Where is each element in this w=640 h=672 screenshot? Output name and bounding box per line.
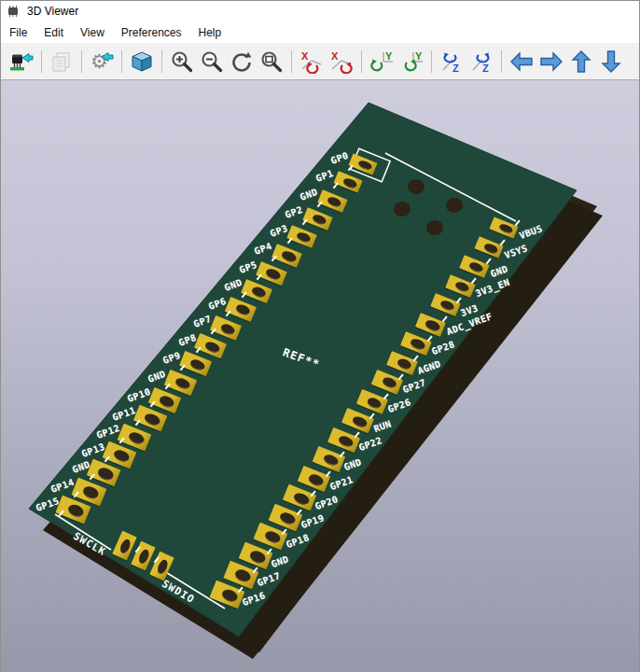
- arrow-right-icon: [539, 49, 563, 74]
- rotate-z-cw-icon: Z: [469, 49, 494, 74]
- pcb-board: [1, 80, 639, 672]
- drill-hole: [66, 502, 85, 519]
- toolbar-separator: [361, 50, 362, 73]
- toolbar-separator: [41, 50, 42, 73]
- chip-icon: [6, 5, 21, 18]
- drill-hole: [296, 231, 312, 245]
- drill-hole: [112, 448, 131, 464]
- drill-hole: [118, 538, 132, 554]
- drill-hole: [341, 177, 357, 189]
- orthographic-projection-button[interactable]: [129, 49, 155, 75]
- drill-hole: [263, 530, 282, 546]
- move-right-button[interactable]: [538, 49, 564, 75]
- cube-icon: [130, 49, 154, 74]
- svg-text:X: X: [301, 50, 309, 62]
- render-options-button[interactable]: ⚙: [89, 49, 115, 75]
- toolbar-separator: [431, 50, 432, 73]
- drill-hole: [97, 467, 116, 483]
- rotate-y-cw-button[interactable]: Y: [398, 49, 424, 75]
- drill-hole: [265, 268, 282, 282]
- redraw-icon: [230, 49, 254, 74]
- drill-hole: [249, 549, 268, 565]
- drill-hole: [156, 558, 170, 575]
- drill-hole: [128, 430, 146, 446]
- copy-icon: [49, 49, 74, 74]
- drill-hole: [366, 396, 383, 410]
- rotate-y-ccw-button[interactable]: Y: [369, 49, 395, 75]
- drill-hole: [174, 376, 191, 391]
- drill-hole: [143, 412, 160, 427]
- title-bar: 3D Viewer: [1, 1, 639, 21]
- toolbar-separator: [161, 50, 162, 73]
- menu-item-view[interactable]: View: [72, 23, 113, 42]
- drill-hole: [278, 511, 297, 526]
- svg-text:Z: Z: [482, 63, 489, 74]
- drill-hole: [498, 222, 514, 234]
- rotate-z-cw-button[interactable]: Z: [468, 49, 494, 75]
- toolbar: ⚙XXYYZZ: [1, 44, 639, 80]
- zoom-out-button[interactable]: [199, 49, 225, 75]
- menu-item-help[interactable]: Help: [190, 23, 230, 42]
- drill-hole: [281, 249, 298, 262]
- reload-board-button[interactable]: [8, 49, 35, 75]
- move-up-button[interactable]: [568, 49, 594, 75]
- arrow-down-icon: [599, 49, 623, 74]
- copy-image-button[interactable]: [49, 49, 75, 75]
- menu-item-edit[interactable]: Edit: [35, 23, 72, 42]
- move-down-button[interactable]: [598, 49, 624, 75]
- zoom-in-icon: [170, 49, 194, 74]
- move-left-button[interactable]: [508, 49, 535, 75]
- drill-hole: [234, 568, 253, 584]
- svg-text:X: X: [331, 50, 339, 62]
- drill-hole: [483, 242, 499, 254]
- drill-hole: [410, 338, 426, 352]
- drill-hole: [337, 434, 355, 449]
- drill-hole: [219, 587, 238, 604]
- zoom-fit-button[interactable]: [258, 49, 285, 75]
- arrow-up-icon: [569, 49, 593, 74]
- drill-hole: [158, 394, 175, 409]
- drill-hole: [234, 303, 251, 317]
- drill-hole: [81, 484, 100, 500]
- rotate-x-cw-icon: X: [329, 49, 354, 74]
- rotate-z-ccw-icon: Z: [439, 49, 464, 74]
- rotate-y-cw-icon: Y: [399, 49, 424, 74]
- drill-hole: [381, 376, 397, 390]
- drill-hole: [250, 286, 267, 300]
- menu-item-preferences[interactable]: Preferences: [113, 23, 190, 42]
- drill-hole: [454, 280, 470, 293]
- drill-hole: [204, 340, 222, 354]
- rotate-y-ccw-icon: Y: [369, 49, 394, 74]
- menu-item-file[interactable]: File: [1, 23, 35, 42]
- 3d-viewport[interactable]: GP0GP1GNDGP2GP3GP4GP5GNDGP6GP7GP8GP9GNDG…: [1, 80, 639, 672]
- drill-hole: [311, 213, 327, 226]
- rotate-x-cw-button[interactable]: X: [328, 49, 355, 75]
- drill-hole: [357, 159, 373, 171]
- drill-hole: [188, 357, 206, 372]
- toolbar-separator: [121, 50, 122, 73]
- zoom-out-icon: [200, 49, 224, 74]
- redraw-button[interactable]: [229, 49, 255, 75]
- drill-hole: [327, 195, 342, 208]
- arrow-left-icon: [509, 49, 534, 74]
- svg-text:Z: Z: [452, 63, 459, 74]
- drill-hole: [424, 318, 441, 331]
- reload-board-icon: [9, 49, 34, 74]
- drill-hole: [439, 300, 455, 313]
- rotate-x-ccw-icon: X: [299, 49, 324, 74]
- 3d-viewer-window: 3D Viewer FileEditViewPreferencesHelp ⚙X…: [0, 0, 640, 672]
- toolbar-separator: [81, 50, 82, 73]
- svg-text:Y: Y: [385, 50, 393, 62]
- svg-text:⚙: ⚙: [90, 50, 108, 73]
- drill-hole: [396, 357, 412, 371]
- rotate-x-ccw-button[interactable]: X: [299, 49, 325, 75]
- drill-hole: [137, 548, 151, 565]
- gear-arrow-icon: ⚙: [90, 49, 114, 74]
- rotate-z-ccw-button[interactable]: Z: [438, 49, 465, 75]
- zoom-in-button[interactable]: [169, 49, 195, 75]
- toolbar-separator: [291, 50, 292, 73]
- drill-hole: [219, 322, 236, 336]
- svg-text:Y: Y: [415, 50, 423, 62]
- toolbar-separator: [501, 50, 502, 73]
- drill-hole: [468, 260, 484, 273]
